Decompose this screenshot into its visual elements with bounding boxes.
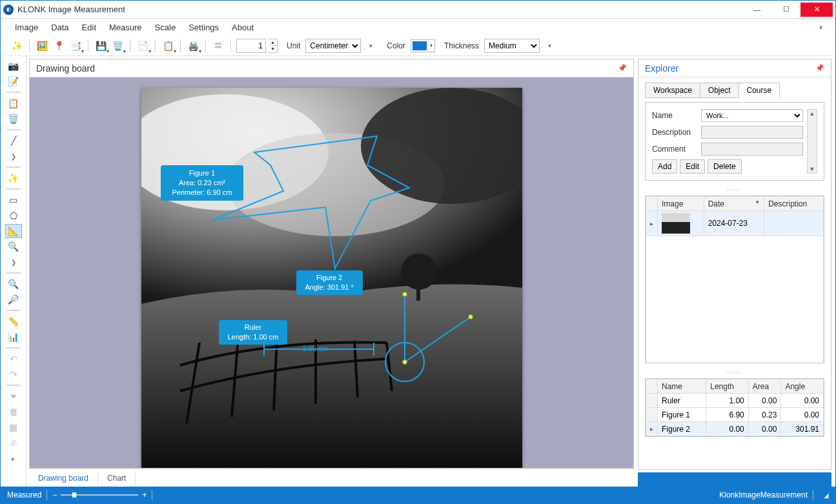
menu-data[interactable]: Data (46, 21, 74, 34)
layers-icon[interactable]: 📑 (68, 39, 83, 53)
measure-row[interactable]: Figure 1 6.90 0.23 0.00 (646, 408, 824, 422)
tool-ruler-icon[interactable]: 📏 (5, 314, 22, 328)
tab-course[interactable]: Course (739, 83, 780, 98)
course-scrollbar[interactable]: ▲▼ (807, 109, 817, 174)
step-up-icon[interactable]: ▲ (269, 39, 277, 46)
pin-image-icon[interactable]: 📍 (52, 39, 66, 53)
tool-wand-icon[interactable]: ✨ (5, 171, 22, 185)
slider-thumb[interactable] (72, 492, 76, 498)
pin-icon[interactable]: 📌 (815, 64, 824, 72)
menu-edit[interactable]: Edit (77, 21, 101, 34)
export-icon[interactable]: 📄 (136, 39, 150, 53)
count-stepper[interactable]: ▲▼ (269, 39, 278, 53)
course-name-select[interactable]: Work... (701, 109, 803, 122)
tab-drawing-board[interactable]: Drawing board (29, 470, 98, 486)
scroll-down-icon[interactable]: ▼ (810, 165, 815, 173)
maximize-button[interactable]: ☐ (771, 3, 800, 17)
zoom-plus-icon[interactable]: + (142, 490, 147, 499)
scroll-up-icon[interactable]: ▲ (810, 110, 815, 117)
step-down-icon[interactable]: ▼ (269, 46, 277, 52)
image-row[interactable]: ▸ 2024-07-23 (646, 211, 824, 236)
tool-chevron-icon[interactable]: ❯ (5, 149, 22, 163)
figure1-area: Area: 0.23 cm² (172, 178, 232, 188)
col-image[interactable]: Image (658, 197, 704, 211)
tool-report-icon[interactable]: 📊 (5, 330, 22, 344)
menu-about[interactable]: About (227, 21, 259, 34)
tool-more-icon[interactable]: ▸ (5, 451, 22, 465)
menu-bar: Image Data Edit Measure Scale Settings A… (1, 19, 835, 35)
tool-zoomin-icon[interactable]: 🔍 (5, 277, 22, 291)
delete-button[interactable]: Delete (708, 159, 742, 174)
wand-icon[interactable]: ✨ (10, 39, 24, 53)
cell-angle: 0.00 (781, 408, 824, 422)
resize-grip-icon[interactable]: ◢ (824, 492, 829, 499)
add-button[interactable]: Add (652, 159, 677, 174)
zoom-minus-icon[interactable]: − (52, 490, 57, 499)
save-icon[interactable]: 💾 (94, 39, 108, 53)
pin-icon[interactable]: 📌 (618, 64, 627, 72)
count-input[interactable] (236, 39, 266, 53)
menu-scale[interactable]: Scale (150, 21, 181, 34)
menu-measure[interactable]: Measure (104, 21, 147, 34)
divider-dots: ..... (645, 367, 824, 374)
course-comment-label: Comment (652, 145, 697, 154)
tab-chart[interactable]: Chart (98, 470, 136, 486)
col-length[interactable]: Length (706, 379, 749, 394)
angle-handle-1[interactable] (402, 292, 407, 297)
cell-name: Figure 2 (658, 422, 706, 436)
tool-filter-icon[interactable]: ⏷ (5, 389, 22, 403)
copy-icon[interactable]: 📋 (161, 39, 175, 53)
thickness-extra-icon[interactable]: ▾ (542, 39, 556, 53)
menu-overflow-icon[interactable]: ▾ (815, 24, 826, 31)
zoom-slider[interactable]: − + (52, 490, 147, 499)
measure-row[interactable]: Ruler 1.00 0.00 0.00 (646, 394, 824, 408)
tool-redo-icon[interactable]: ↷ (5, 367, 22, 381)
cell-desc (764, 211, 824, 236)
tool-zoomout-icon[interactable]: 🔎 (5, 292, 22, 307)
divider-dots: ..... (645, 185, 824, 192)
delete-icon[interactable]: 🗑️ (110, 39, 125, 53)
col-description[interactable]: Description (764, 197, 824, 211)
unit-extra-icon[interactable]: ▾ (363, 39, 378, 53)
tool-crop-icon[interactable]: ⎚ (5, 436, 22, 450)
edit-button[interactable]: Edit (680, 159, 705, 174)
tool-grid-icon[interactable]: ▦ (5, 420, 22, 434)
print-icon[interactable]: 🖨️ (186, 39, 200, 53)
menu-settings[interactable]: Settings (183, 21, 224, 34)
slider-track[interactable] (61, 494, 138, 496)
tool-trash-icon[interactable]: 🗑 (5, 405, 22, 419)
course-comment-input[interactable] (701, 143, 803, 156)
equal-icon[interactable]: 〓 (211, 39, 225, 53)
tool-polygon-icon[interactable]: ⬠ (5, 208, 22, 223)
tool-delete-icon[interactable]: 🗑️ (5, 112, 22, 126)
col-angle[interactable]: Angle (781, 379, 824, 394)
course-desc-input[interactable] (701, 126, 803, 139)
add-image-icon[interactable]: 🖼️ (35, 39, 49, 53)
tool-rect-icon[interactable]: ▭ (5, 193, 22, 207)
drawing-canvas[interactable]: Figure 1 Area: 0.23 cm² Perimeter: 6.90 … (30, 77, 633, 468)
tool-angle-icon[interactable]: 📐 (5, 224, 22, 238)
explorer-body: Workspace Object Course Name Work... Des… (638, 77, 831, 469)
tool-capture-icon[interactable]: 📷 (5, 59, 22, 73)
tab-workspace[interactable]: Workspace (645, 83, 700, 98)
unit-select[interactable]: Centimeters (305, 39, 361, 53)
figure2-title: Figure 2 (305, 273, 354, 283)
close-button[interactable]: ✕ (800, 3, 833, 17)
angle-handle-2[interactable] (468, 314, 473, 319)
tool-line-icon[interactable]: ╱ (5, 134, 22, 148)
measure-row[interactable]: ▸ Figure 2 0.00 0.00 301.91 (646, 422, 824, 436)
col-area[interactable]: Area (748, 379, 781, 394)
tool-chevron2-icon[interactable]: ❯ (5, 255, 22, 269)
thickness-select[interactable]: Medium (484, 39, 540, 53)
angle-vertex-handle[interactable] (402, 359, 407, 365)
minimize-button[interactable]: — (742, 3, 771, 17)
col-date[interactable]: Date▼ (704, 197, 764, 211)
tool-note-icon[interactable]: 📝 (5, 74, 22, 88)
menu-image[interactable]: Image (10, 21, 43, 34)
color-picker[interactable]: ▾ (411, 39, 435, 52)
tool-clipboard-icon[interactable]: 📋 (5, 96, 22, 110)
col-name[interactable]: Name (658, 379, 706, 394)
tab-object[interactable]: Object (700, 83, 739, 98)
tool-magnify-icon[interactable]: 🔍 (5, 239, 22, 254)
tool-undo-icon[interactable]: ↶ (5, 352, 22, 366)
